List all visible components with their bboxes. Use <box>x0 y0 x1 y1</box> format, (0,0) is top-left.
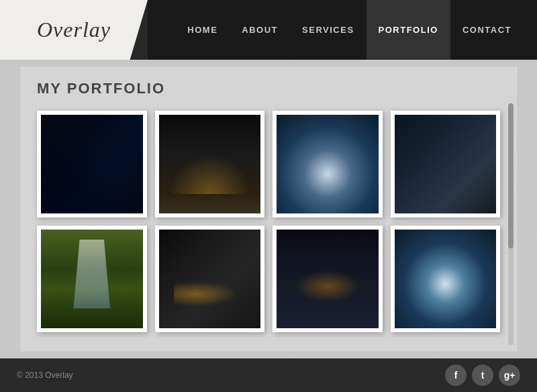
portfolio-image-5 <box>41 230 143 328</box>
main-wrapper: MY PORTFOLIO <box>0 60 537 358</box>
googleplus-icon[interactable]: g+ <box>499 364 520 386</box>
social-icons: f t g+ <box>445 364 520 386</box>
header: Overlay HOME ABOUT SERVICES PORTFOLIO CO… <box>0 0 537 60</box>
nav-area: HOME ABOUT SERVICES PORTFOLIO CONTACT <box>148 0 537 60</box>
portfolio-item-2[interactable] <box>155 111 265 217</box>
portfolio-item-6[interactable] <box>155 226 265 332</box>
scrollbar[interactable] <box>508 103 514 345</box>
section-title: MY PORTFOLIO <box>37 80 500 97</box>
scrollbar-thumb[interactable] <box>508 103 514 248</box>
portfolio-item-8[interactable] <box>391 226 501 332</box>
nav-menu: HOME ABOUT SERVICES PORTFOLIO CONTACT <box>175 0 524 60</box>
portfolio-image-1 <box>41 115 143 213</box>
logo-text: Overlay <box>37 17 111 42</box>
portfolio-item-4[interactable] <box>391 111 501 217</box>
nav-item-home[interactable]: HOME <box>175 0 230 60</box>
nav-item-services[interactable]: SERVICES <box>290 0 367 60</box>
portfolio-item-1[interactable] <box>37 111 147 217</box>
nav-item-portfolio[interactable]: PORTFOLIO <box>367 0 450 60</box>
nav-item-about[interactable]: ABOUT <box>230 0 290 60</box>
portfolio-grid <box>37 111 500 332</box>
twitter-icon[interactable]: t <box>472 364 493 386</box>
portfolio-image-3 <box>277 115 379 213</box>
portfolio-image-4 <box>395 115 497 213</box>
nav-item-contact[interactable]: CONTACT <box>450 0 524 60</box>
footer-copyright: © 2013 Overlay <box>17 371 73 380</box>
portfolio-item-7[interactable] <box>273 226 383 332</box>
main-content: MY PORTFOLIO <box>20 66 517 352</box>
portfolio-image-7 <box>277 230 379 328</box>
facebook-icon[interactable]: f <box>445 364 467 386</box>
portfolio-item-5[interactable] <box>37 226 147 332</box>
portfolio-item-3[interactable] <box>273 111 383 217</box>
portfolio-image-8 <box>395 230 497 328</box>
logo-area: Overlay <box>0 0 148 60</box>
footer: © 2013 Overlay f t g+ <box>0 358 537 392</box>
portfolio-image-2 <box>159 115 261 213</box>
portfolio-image-6 <box>159 230 261 328</box>
